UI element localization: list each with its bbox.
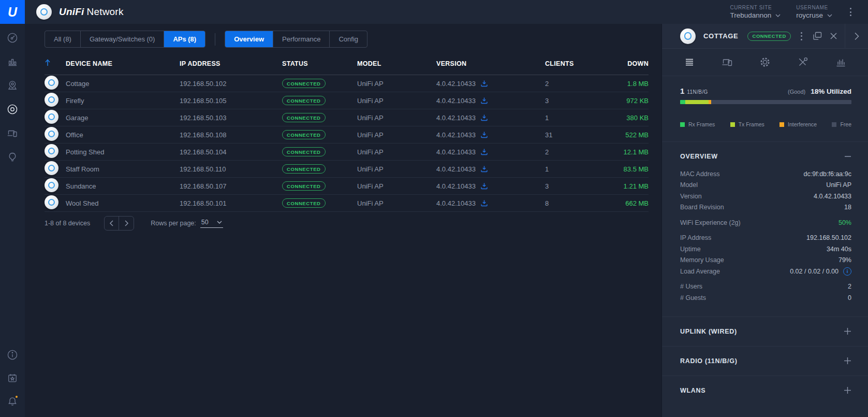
sort-column-header[interactable] (45, 52, 66, 75)
chevron-down-icon (775, 14, 781, 17)
upgrade-icon[interactable] (480, 199, 488, 207)
table-row[interactable]: Staff Room 192.168.50.110 CONNECTED UniF… (45, 161, 649, 178)
tab-details-list-icon[interactable] (670, 55, 708, 69)
table-row[interactable]: Garage 192.168.50.103 CONNECTED UniFi AP… (45, 109, 649, 126)
ap-device-icon (45, 144, 58, 158)
legend-item: Rx Frames (680, 121, 715, 127)
devices-circle-icon[interactable] (6, 103, 19, 116)
expand-plus-icon[interactable] (844, 357, 851, 365)
events-calendar-icon[interactable] (6, 372, 19, 384)
top-header-bar: UniFiNetwork CURRENT SITE Trebudannon US… (25, 0, 868, 24)
tab-all[interactable]: All (8) (45, 31, 81, 47)
panel-more-options-icon[interactable] (799, 30, 804, 42)
popout-properties-icon[interactable] (812, 32, 822, 40)
column-header-model[interactable]: MODEL (357, 52, 436, 75)
column-header-version[interactable]: VERSION (436, 52, 545, 75)
tab-gateway-switches[interactable]: Gateway/Switches (0) (81, 31, 164, 47)
info-circle-icon[interactable] (6, 349, 19, 361)
pagination-bar: 1-8 of 8 devices Rows per page: 50 (45, 216, 649, 231)
clients-cell: 2 (545, 75, 592, 92)
collapsed-section-row[interactable]: WLANS (662, 376, 868, 405)
close-icon[interactable] (830, 32, 837, 40)
rows-per-page-select[interactable]: 50 (200, 219, 223, 228)
upgrade-icon[interactable] (480, 97, 488, 104)
upgrade-icon[interactable] (480, 131, 488, 138)
site-selector[interactable]: CURRENT SITE Trebudannon (730, 5, 781, 19)
clients-cell: 3 (545, 178, 592, 195)
pagination-summary: 1-8 of 8 devices (45, 220, 90, 227)
down-cell: 83.5 MB (592, 161, 649, 178)
alerts-bell-icon[interactable] (6, 395, 19, 408)
tab-settings-gear-icon[interactable] (746, 55, 784, 69)
dashboard-gauge-icon[interactable] (6, 32, 19, 44)
devices-table: DEVICE NAME IP ADDRESS STATUS MODEL VERS… (45, 52, 649, 212)
map-pin-icon[interactable] (6, 79, 19, 92)
expand-plus-icon[interactable] (844, 327, 851, 335)
ip-address-cell: 192.168.50.102 (180, 75, 282, 92)
status-badge: CONNECTED (282, 96, 326, 105)
table-row[interactable]: Office 192.168.50.108 CONNECTED UniFi AP… (45, 126, 649, 143)
upgrade-icon[interactable] (480, 114, 488, 121)
info-icon[interactable]: i (843, 267, 851, 276)
collapse-panel-chevron-right-icon[interactable] (845, 32, 868, 40)
ip-address-cell: 192.168.50.108 (180, 126, 282, 143)
model-cell: UniFi AP (357, 126, 436, 143)
ip-address-cell: 192.168.50.105 (180, 92, 282, 109)
column-header-device-name[interactable]: DEVICE NAME (66, 52, 180, 75)
radio-index: 1 (680, 87, 684, 95)
tab-statistics-bars-icon[interactable] (822, 55, 860, 69)
previous-page-button[interactable] (105, 217, 119, 230)
column-header-ip-address[interactable]: IP ADDRESS (180, 52, 282, 75)
connected-badge: CONNECTED (747, 32, 791, 41)
legend-item: Interference (779, 121, 817, 127)
radio-utilized-percent: 18% Utilized (811, 88, 851, 95)
table-row[interactable]: Cottage 192.168.50.102 CONNECTED UniFi A… (45, 75, 649, 92)
device-filter-tabs: All (8) Gateway/Switches (0) APs (8) (45, 31, 205, 48)
overview-row: Board Revision 18 (680, 202, 851, 213)
clients-cell: 1 (545, 161, 592, 178)
tab-overview[interactable]: Overview (225, 31, 273, 47)
upgrade-icon[interactable] (480, 165, 488, 172)
rail-nav-top (6, 32, 19, 163)
statistics-bars-icon[interactable] (6, 55, 19, 68)
model-cell: UniFi AP (357, 92, 436, 109)
next-page-button[interactable] (119, 217, 134, 230)
legend-swatch (730, 122, 735, 127)
more-options-icon[interactable] (848, 6, 854, 18)
collapsed-section-row[interactable]: UPLINK (WIRED) (662, 317, 868, 346)
collapsed-sections: UPLINK (WIRED) RADIO (11N/B/G) WLANS (662, 317, 868, 405)
chevron-down-icon (827, 14, 832, 17)
ap-device-icon (45, 93, 58, 107)
table-row[interactable]: Firefly 192.168.50.105 CONNECTED UniFi A… (45, 92, 649, 109)
tab-config[interactable]: Config (330, 31, 367, 47)
insights-bulb-icon[interactable] (6, 151, 19, 163)
version-cell: 4.0.42.10433 (436, 182, 476, 190)
overview-row: Version 4.0.42.10433 (680, 191, 851, 202)
collapse-section-icon[interactable] (844, 153, 851, 160)
upgrade-icon[interactable] (480, 148, 488, 155)
collapsed-section-row[interactable]: RADIO (11N/B/G) (662, 346, 868, 376)
tab-performance[interactable]: Performance (273, 31, 330, 47)
view-tabs: Overview Performance Config (225, 31, 367, 48)
down-cell: 12.1 MB (592, 143, 649, 161)
down-cell: 522 MB (592, 126, 649, 143)
column-header-down[interactable]: DOWN (592, 52, 649, 75)
table-row[interactable]: Sundance 192.168.50.107 CONNECTED UniFi … (45, 178, 649, 195)
upgrade-icon[interactable] (480, 80, 488, 87)
column-header-clients[interactable]: CLIENTS (545, 52, 592, 75)
clients-cell: 1 (545, 109, 592, 126)
tab-aps[interactable]: APs (8) (164, 31, 205, 47)
version-cell: 4.0.42.10433 (436, 114, 476, 122)
ubiquiti-logo[interactable]: U (0, 0, 25, 24)
tab-clients-devices-icon[interactable] (708, 55, 746, 69)
table-row[interactable]: Potting Shed 192.168.50.104 CONNECTED Un… (45, 143, 649, 161)
overview-row: IP Address 192.168.50.102 (680, 233, 851, 244)
column-header-status[interactable]: STATUS (282, 52, 357, 75)
tab-tools-icon[interactable] (784, 55, 822, 69)
tabs-row: All (8) Gateway/Switches (0) APs (8) Ove… (45, 31, 649, 48)
clients-devices-icon[interactable] (6, 127, 19, 139)
table-row[interactable]: Wool Shed 192.168.50.101 CONNECTED UniFi… (45, 195, 649, 212)
upgrade-icon[interactable] (480, 182, 488, 190)
user-selector[interactable]: USERNAME roycruse (796, 5, 832, 19)
expand-plus-icon[interactable] (844, 386, 851, 394)
